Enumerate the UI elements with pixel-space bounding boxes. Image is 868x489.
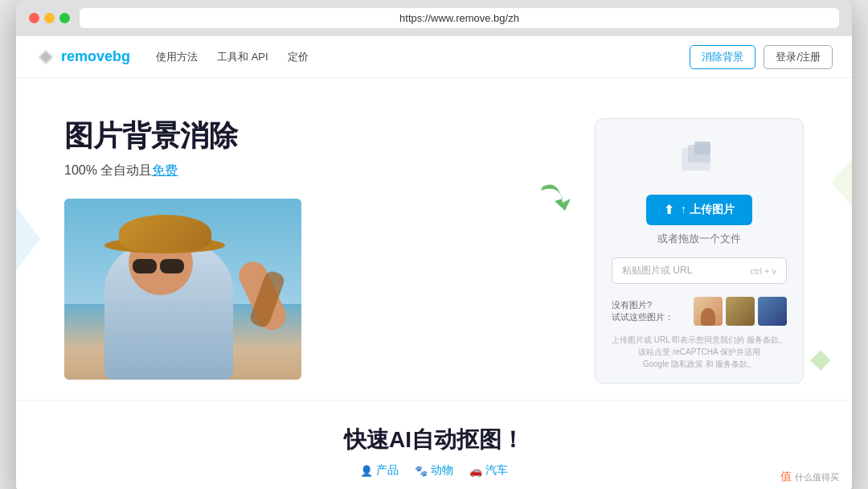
bottom-link-person[interactable]: 👤 产品 (360, 463, 399, 478)
upload-placeholder-icon (675, 138, 723, 179)
bottom-link-car[interactable]: 🚗 汽车 (469, 463, 508, 478)
window-controls (29, 13, 70, 23)
bottom-section: 快速AI自动抠图！ 👤 产品 🐾 动物 🚗 汽车 值 什么值得买 (16, 400, 852, 489)
deco-rhombus (810, 350, 830, 370)
arrow-icon (534, 175, 579, 219)
paste-area[interactable]: 粘贴图片或 URL ctrl + v (612, 257, 787, 284)
sample-images (694, 297, 787, 326)
upload-icon-area (675, 138, 723, 182)
bottom-link-person-label: 产品 (376, 463, 399, 478)
deco-triangle-left (16, 207, 40, 271)
bottom-link-animal[interactable]: 🐾 动物 (415, 463, 453, 478)
navbar: removebg 使用方法 工具和 API 定价 消除背景 登录/注册 (16, 36, 852, 78)
car-icon: 🚗 (469, 465, 482, 477)
hero-title: 图片背景消除 (64, 118, 518, 153)
login-register-button[interactable]: 登录/注册 (764, 45, 833, 69)
nav-links: 使用方法 工具和 API 定价 (156, 50, 690, 64)
sample-thumb-person[interactable] (694, 297, 723, 326)
hero-image (64, 199, 301, 380)
sample-label: 没有图片? 试试这些图片： (612, 299, 687, 324)
footer-text-line1: 上传图片或 URL 即表示您同意我们的 服务条款。该站点受 reCAPTCHA … (612, 334, 787, 358)
nav-actions: 消除背景 登录/注册 (690, 45, 833, 69)
upload-panel: ⬆ ↑ 上传图片 或者拖放一个文件 粘贴图片或 URL ctrl + v 没有图… (595, 118, 804, 384)
nav-item-pricing[interactable]: 定价 (288, 50, 309, 64)
nav-item-usage[interactable]: 使用方法 (156, 50, 198, 64)
upload-button-label: ↑ 上传图片 (681, 203, 735, 217)
sample-label-line2: 试试这些图片： (612, 311, 687, 323)
deco-triangle-right (832, 158, 852, 207)
remove-bg-button[interactable]: 消除背景 (690, 45, 755, 69)
bottom-links: 👤 产品 🐾 动物 🚗 汽车 (64, 463, 804, 478)
minimize-button-dot[interactable] (44, 13, 55, 23)
address-bar[interactable]: https://www.remove.bg/zh (80, 8, 839, 28)
nav-item-tools[interactable]: 工具和 API (217, 50, 268, 64)
close-button-dot[interactable] (29, 13, 39, 23)
paste-placeholder: 粘贴图片或 URL (622, 264, 692, 277)
left-lens (133, 259, 157, 273)
hat-top (119, 215, 211, 251)
footer-text-line2: Google 隐私政策 和 服务条款。 (612, 358, 787, 370)
arrow-container (518, 110, 595, 219)
sample-thumb-car[interactable] (758, 297, 787, 326)
watermark-icon: 值 (780, 470, 792, 484)
browser-titlebar: https://www.remove.bg/zh (16, 0, 852, 36)
hero-subtitle: 100% 全自动且免费 (64, 162, 518, 179)
hero-section: 图片背景消除 100% 全自动且免费 (16, 78, 852, 400)
bottom-title: 快速AI自动抠图！ (64, 425, 804, 455)
hero-subtitle-free: 免费 (152, 163, 178, 177)
sunglasses (133, 259, 184, 273)
logo-icon (35, 47, 56, 68)
watermark: 值 什么值得买 (780, 470, 839, 484)
watermark-text: 什么值得买 (795, 471, 839, 483)
maximize-button-dot[interactable] (59, 13, 70, 23)
logo[interactable]: removebg (35, 47, 130, 68)
bottom-link-car-label: 汽车 (485, 463, 508, 478)
hero-image-container (64, 199, 305, 384)
sample-section: 没有图片? 试试这些图片： (612, 297, 787, 326)
paste-shortcut: ctrl + v (750, 266, 776, 276)
logo-text: removebg (61, 48, 130, 65)
upload-icon: ⬆ (664, 203, 674, 217)
sample-label-line1: 没有图片? (612, 299, 687, 311)
sample-thumb-animal[interactable] (726, 297, 755, 326)
svg-rect-4 (694, 142, 710, 154)
upload-footer-text: 上传图片或 URL 即表示您同意我们的 服务条款。该站点受 reCAPTCHA … (612, 334, 787, 370)
bottom-link-animal-label: 动物 (431, 463, 453, 478)
page-content: removebg 使用方法 工具和 API 定价 消除背景 登录/注册 (16, 36, 852, 489)
right-lens (160, 259, 184, 273)
animal-icon: 🐾 (415, 465, 428, 477)
upload-or-text: 或者拖放一个文件 (657, 232, 741, 246)
person-icon: 👤 (360, 465, 373, 477)
upload-button[interactable]: ⬆ ↑ 上传图片 (646, 195, 752, 225)
hero-left: 图片背景消除 100% 全自动且免费 (64, 110, 518, 384)
